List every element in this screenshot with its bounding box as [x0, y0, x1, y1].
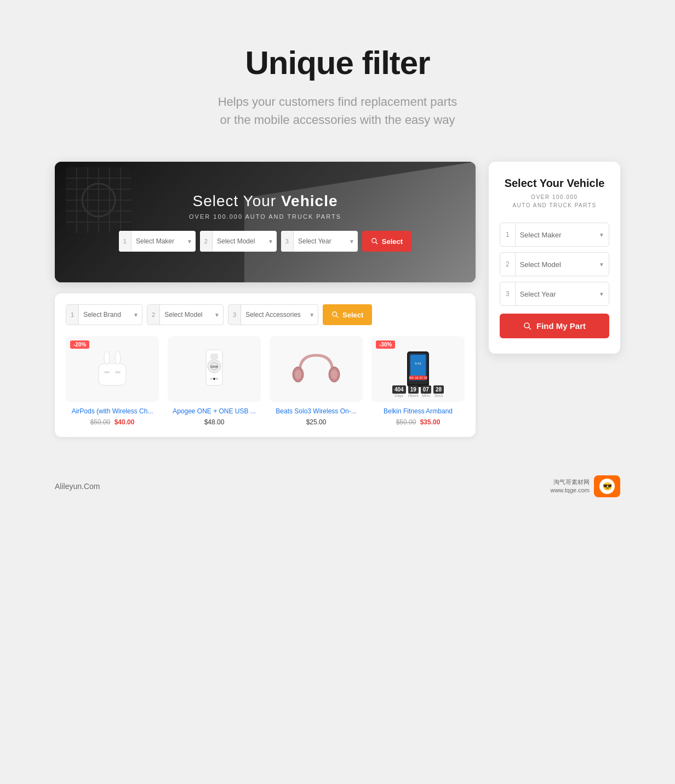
widget-model-select[interactable]: Select Model: [516, 253, 594, 276]
product-name-belkin: Belkin Fitness Armband: [371, 407, 465, 415]
page-subtitle: Helps your customers find replacement pa…: [55, 93, 620, 129]
maker-select[interactable]: Select Maker: [131, 231, 184, 252]
acc-model-select-group: 2 Select Model ▼: [147, 304, 224, 325]
widget-model-select-row: 2 Select Model ▼: [500, 252, 609, 276]
svg-text:9:41: 9:41: [415, 362, 421, 365]
airpods-product-image: [90, 347, 134, 391]
svg-point-32: [331, 370, 338, 379]
widget-maker-num: 1: [500, 223, 516, 246]
year-select-arrow-icon: ▼: [346, 238, 358, 245]
svg-point-12: [372, 238, 376, 243]
maker-select-group: 1 Select Maker ▼: [119, 231, 196, 252]
widget-title: Select Your Vehicle: [500, 177, 609, 190]
vehicle-card-title: Select Your Vehicle: [66, 192, 465, 210]
right-column: Select Your Vehicle OVER 100.000AUTO AND…: [489, 162, 620, 354]
footer-badge: 😎: [594, 475, 620, 497]
footer-badge-icon: 😎: [599, 479, 615, 494]
acc-type-select-group: 3 Select Accessories ▼: [228, 304, 318, 325]
search-icon: [371, 237, 379, 245]
model-select-num: 2: [200, 231, 213, 252]
year-select[interactable]: Select Year: [294, 231, 346, 252]
model-select-group: 2 Select Model ▼: [200, 231, 277, 252]
vehicle-hero-card: Select Your Vehicle OVER 100.000 AUTO AN…: [55, 162, 476, 282]
svg-point-26: [213, 378, 215, 380]
footer-right: 淘气哥素材网 www.tqge.com 😎: [550, 475, 620, 497]
svg-rect-16: [99, 363, 126, 385]
svg-point-14: [333, 312, 337, 316]
brand-select-num: 1: [66, 305, 79, 325]
product-image-beats: [270, 336, 363, 402]
svg-text:one: one: [210, 364, 219, 369]
brand-select[interactable]: Select Brand: [79, 305, 130, 325]
vehicle-widget: Select Your Vehicle OVER 100.000AUTO AND…: [489, 162, 620, 354]
brand-select-arrow-icon: ▼: [130, 312, 142, 318]
product-card-airpods[interactable]: -20% AirPods (with Wireless Ch...: [66, 336, 159, 426]
maker-select-arrow-icon: ▼: [184, 238, 196, 245]
model-select[interactable]: Select Model: [213, 231, 265, 252]
svg-line-41: [529, 327, 531, 329]
product-name-apogee: Apogee ONE + ONE USB ...: [168, 407, 261, 415]
product-price-apogee: $48.00: [168, 418, 261, 426]
products-grid: -20% AirPods (with Wireless Ch...: [66, 336, 465, 426]
widget-year-num: 3: [500, 282, 516, 305]
widget-maker-arrow-icon: ▼: [594, 232, 609, 238]
acc-type-select-arrow-icon: ▼: [306, 312, 318, 318]
beats-product-image: [291, 347, 341, 391]
svg-line-15: [336, 316, 339, 318]
brand-select-group: 1 Select Brand ▼: [66, 304, 142, 325]
left-column: Select Your Vehicle OVER 100.000 AUTO AN…: [55, 162, 476, 437]
apogee-product-image: one: [198, 347, 231, 391]
svg-point-17: [104, 351, 110, 365]
product-card-beats[interactable]: Beats Solo3 Wireless On-... $25.00: [270, 336, 363, 426]
acc-model-select[interactable]: Select Model: [160, 305, 211, 325]
acc-model-select-num: 2: [147, 305, 160, 325]
model-select-arrow-icon: ▼: [265, 238, 277, 245]
widget-subtitle: OVER 100.000AUTO AND TRUCK PARTS: [500, 193, 609, 209]
product-image-apogee: one: [168, 336, 261, 402]
product-price-belkin: $50.00 $35.00: [371, 418, 465, 426]
svg-point-18: [115, 351, 121, 365]
vehicle-card-subtitle: OVER 100.000 AUTO AND TRUCK PARTS: [66, 213, 465, 220]
svg-point-40: [524, 323, 529, 328]
acc-model-select-arrow-icon: ▼: [211, 312, 223, 318]
widget-year-arrow-icon: ▼: [594, 291, 609, 297]
acc-type-select-num: 3: [228, 305, 241, 325]
footer-left-text: Alileyun.Com: [55, 482, 100, 491]
product-badge-belkin: -30%: [376, 340, 395, 349]
widget-year-select[interactable]: Select Year: [516, 282, 594, 305]
product-card-apogee[interactable]: one Apogee ONE + ONE USB ... $48.00: [168, 336, 261, 426]
page-title: Unique filter: [55, 44, 620, 82]
product-price-beats: $25.00: [270, 418, 363, 426]
product-card-belkin[interactable]: -30% 9:41: [371, 336, 465, 426]
product-badge-airpods: -20%: [70, 340, 89, 349]
svg-point-25: [210, 378, 213, 380]
widget-maker-select[interactable]: Select Maker: [516, 223, 594, 246]
svg-point-27: [216, 378, 218, 380]
svg-point-31: [295, 370, 301, 379]
content-area: Select Your Vehicle OVER 100.000 AUTO AN…: [55, 162, 620, 437]
vehicle-selects-row: 1 Select Maker ▼ 2 Select Model ▼: [66, 231, 465, 252]
header-section: Unique filter Helps your customers find …: [55, 44, 620, 129]
accessories-selects-row: 1 Select Brand ▼ 2 Select Model ▼: [66, 304, 465, 325]
widget-year-select-row: 3 Select Year ▼: [500, 282, 609, 306]
svg-rect-20: [115, 371, 121, 373]
widget-model-arrow-icon: ▼: [594, 262, 609, 268]
maker-select-num: 1: [119, 231, 131, 252]
widget-maker-select-row: 1 Select Maker ▼: [500, 223, 609, 247]
vehicle-search-button[interactable]: Select: [362, 231, 411, 252]
find-part-button[interactable]: Find My Part: [500, 314, 609, 338]
svg-rect-19: [104, 371, 110, 373]
accessories-search-button[interactable]: Select: [323, 304, 372, 325]
product-name-airpods: AirPods (with Wireless Ch...: [66, 407, 159, 415]
acc-type-select[interactable]: Select Accessories: [241, 305, 306, 325]
footer-bar: Alileyun.Com 淘气哥素材网 www.tqge.com 😎: [55, 459, 620, 497]
countdown-overlay: 404Days 19Hours 07Mins 28Secs: [371, 385, 465, 397]
vehicle-card-content: Select Your Vehicle OVER 100.000 AUTO AN…: [55, 192, 476, 252]
year-select-num: 3: [281, 231, 294, 252]
product-price-airpods: $50.00 $40.00: [66, 418, 159, 426]
svg-text:404: 19: 07: 28: 404: 19: 07: 28: [409, 376, 427, 379]
svg-line-13: [376, 242, 378, 245]
search-icon: [331, 311, 339, 319]
widget-model-num: 2: [500, 253, 516, 276]
svg-rect-24: [210, 354, 218, 359]
